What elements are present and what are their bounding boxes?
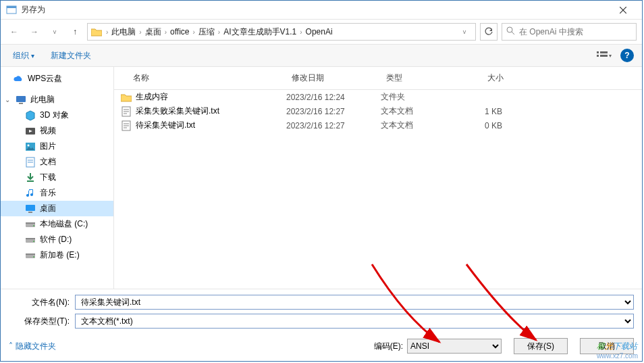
file-row[interactable]: 生成内容2023/2/16 12:24文件夹 xyxy=(114,90,642,104)
crumb-openai[interactable]: OpenAi xyxy=(303,27,336,37)
sidebar-item-label: 桌面 xyxy=(40,203,56,214)
savetype-select[interactable]: 文本文档(*.txt) xyxy=(75,314,634,329)
computer-icon xyxy=(16,95,26,105)
sidebar-item-8[interactable]: 软件 (D:) xyxy=(1,232,113,247)
sidebar-item-label: 本地磁盘 (C:) xyxy=(40,218,88,230)
svg-rect-1 xyxy=(7,6,16,8)
cube-icon xyxy=(25,110,36,121)
column-type[interactable]: 类型 xyxy=(381,70,455,87)
crumb-desktop[interactable]: 桌面 xyxy=(142,26,164,38)
svg-rect-10 xyxy=(16,96,26,102)
file-list[interactable]: 生成内容2023/2/16 12:24文件夹采集失败采集关键词.txt2023/… xyxy=(114,90,642,289)
cloud-icon xyxy=(13,74,24,84)
app-icon xyxy=(6,5,17,16)
sidebar-item-2[interactable]: 图片 xyxy=(1,139,113,154)
sidebar-item-4[interactable]: 下载 xyxy=(1,170,113,185)
organize-menu[interactable]: 组织 xyxy=(9,47,38,64)
sidebar-item-label: 新加卷 (E:) xyxy=(40,249,80,261)
music-icon xyxy=(25,188,36,199)
address-bar[interactable]: › 此电脑 › 桌面 › office › 压缩 › AI文章生成助手V1.1 … xyxy=(87,23,476,41)
help-button[interactable]: ? xyxy=(620,49,634,62)
filename-label: 文件名(N): xyxy=(9,297,70,308)
sidebar-item-label: 软件 (D:) xyxy=(40,234,72,245)
recent-dropdown[interactable]: v xyxy=(47,24,63,40)
sidebar-item-label: 视频 xyxy=(40,125,56,137)
column-name[interactable]: 名称 xyxy=(114,70,286,87)
file-date: 2023/2/16 12:27 xyxy=(286,107,381,116)
window-title: 另存为 xyxy=(21,4,610,16)
body: WPS云盘 ⌄ 此电脑 3D 对象视频图片文档下载音乐桌面本地磁盘 (C:)软件… xyxy=(1,67,642,289)
file-type: 文本文档 xyxy=(381,105,455,117)
disk-icon xyxy=(25,250,36,261)
svg-rect-22 xyxy=(26,222,35,224)
sidebar-item-3[interactable]: 文档 xyxy=(1,154,113,170)
file-name: 待采集关键词.txt xyxy=(136,120,286,131)
svg-rect-19 xyxy=(26,205,35,211)
savetype-label: 保存类型(T): xyxy=(9,316,70,327)
watermark: 极光下载站 www.xz7.com xyxy=(597,341,638,360)
svg-point-26 xyxy=(33,241,34,242)
svg-rect-8 xyxy=(597,55,599,57)
file-row[interactable]: 待采集关键词.txt2023/2/16 12:27文本文档0 KB xyxy=(114,118,642,132)
crumb-thispc[interactable]: 此电脑 xyxy=(109,26,138,38)
collapse-icon[interactable]: ⌄ xyxy=(5,96,11,103)
sidebar-item-9[interactable]: 新加卷 (E:) xyxy=(1,247,113,263)
crumb-office[interactable]: office xyxy=(167,27,192,37)
view-mode-button[interactable]: ▾ xyxy=(595,47,614,64)
forward-button[interactable]: → xyxy=(26,24,43,40)
search-input[interactable]: 在 OpenAi 中搜索 xyxy=(502,23,637,41)
column-date[interactable]: 修改日期 xyxy=(286,70,381,87)
address-dropdown[interactable]: v xyxy=(456,24,473,40)
sidebar-item-5[interactable]: 音乐 xyxy=(1,185,113,201)
file-size: 1 KB xyxy=(455,107,509,116)
svg-point-29 xyxy=(33,256,34,258)
sidebar-item-label: 文档 xyxy=(40,156,56,168)
svg-rect-28 xyxy=(26,253,35,255)
action-row: ˄ 隐藏文件夹 编码(E): ANSI 保存(S) 取消 xyxy=(9,338,634,354)
new-folder-button[interactable]: 新建文件夹 xyxy=(47,47,95,64)
picture-icon xyxy=(25,141,36,152)
sidebar-item-1[interactable]: 视频 xyxy=(1,123,113,139)
sidebar-item-label: 3D 对象 xyxy=(40,110,69,121)
sidebar: WPS云盘 ⌄ 此电脑 3D 对象视频图片文档下载音乐桌面本地磁盘 (C:)软件… xyxy=(1,67,114,289)
save-button[interactable]: 保存(S) xyxy=(514,338,568,354)
svg-rect-6 xyxy=(597,51,599,53)
video-icon xyxy=(25,126,36,137)
refresh-button[interactable] xyxy=(480,23,498,41)
svg-rect-25 xyxy=(26,238,35,239)
file-row[interactable]: 采集失败采集关键词.txt2023/2/16 12:27文本文档1 KB xyxy=(114,104,642,118)
file-name: 生成内容 xyxy=(136,91,286,103)
sidebar-item-thispc[interactable]: ⌄ 此电脑 xyxy=(1,92,113,107)
file-date: 2023/2/16 12:24 xyxy=(286,93,381,102)
save-as-dialog: 另存为 ← → v ↑ › 此电脑 › 桌面 › office › 压缩 › A… xyxy=(0,0,643,362)
disk-icon xyxy=(25,235,36,245)
close-button[interactable] xyxy=(610,1,637,20)
file-list-area: 名称 修改日期 类型 大小 生成内容2023/2/16 12:24文件夹采集失败… xyxy=(114,67,642,289)
download-icon xyxy=(25,172,36,183)
svg-rect-7 xyxy=(600,51,608,53)
filename-row: 文件名(N): 待采集关键词.txt xyxy=(9,295,634,310)
txt-icon xyxy=(119,106,133,117)
sidebar-item-0[interactable]: 3D 对象 xyxy=(1,107,113,123)
up-button[interactable]: ↑ xyxy=(67,24,83,40)
hide-folders-toggle[interactable]: ˄ 隐藏文件夹 xyxy=(9,341,56,352)
sidebar-item-7[interactable]: 本地磁盘 (C:) xyxy=(1,216,113,232)
file-size: 0 KB xyxy=(455,121,509,130)
file-name: 采集失败采集关键词.txt xyxy=(136,105,286,117)
crumb-zip[interactable]: 压缩 xyxy=(196,26,217,38)
encoding-label: 编码(E): xyxy=(374,341,403,352)
sidebar-item-label: 下载 xyxy=(40,172,56,183)
doc-icon xyxy=(25,157,36,168)
file-date: 2023/2/16 12:27 xyxy=(286,121,381,130)
crumb-ai[interactable]: AI文章生成助手V1.1 xyxy=(221,26,299,38)
svg-point-14 xyxy=(28,144,30,146)
file-type: 文本文档 xyxy=(381,120,455,131)
filename-input[interactable]: 待采集关键词.txt xyxy=(75,295,634,310)
sidebar-item-6[interactable]: 桌面 xyxy=(1,201,113,216)
txt-icon xyxy=(119,120,133,131)
encoding-select[interactable]: ANSI xyxy=(407,339,502,354)
svg-rect-9 xyxy=(600,55,608,57)
back-button[interactable]: ← xyxy=(6,24,22,40)
column-size[interactable]: 大小 xyxy=(455,70,509,87)
sidebar-item-wps[interactable]: WPS云盘 xyxy=(1,71,113,87)
